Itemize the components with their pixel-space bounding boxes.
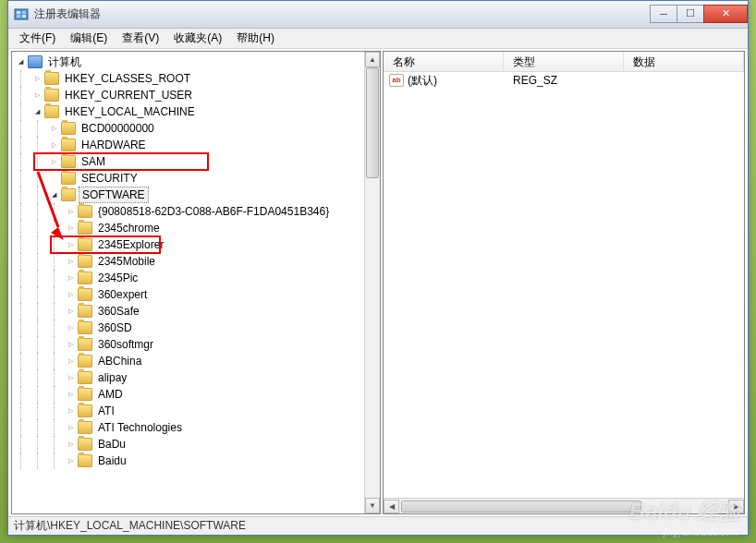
hscroll-left-button[interactable]: ◀ xyxy=(384,500,399,513)
registry-editor-window: 注册表编辑器 ─ ☐ ✕ 文件(F) 编辑(E) 查看(V) 收藏夹(A) 帮助… xyxy=(7,0,749,536)
svg-rect-2 xyxy=(22,11,26,14)
tree-toggle[interactable] xyxy=(66,423,76,433)
tree-node[interactable]: 360softmgr xyxy=(12,336,380,353)
tree-node-label: 360softmgr xyxy=(95,337,156,352)
folder-icon xyxy=(61,122,76,135)
tree-toggle[interactable] xyxy=(32,90,43,101)
tree-pane[interactable]: 计算机HKEY_CLASSES_ROOTHKEY_CURRENT_USERHKE… xyxy=(11,51,381,514)
tree-node[interactable]: 2345chrome xyxy=(12,220,380,236)
folder-icon xyxy=(44,72,59,85)
tree-toggle[interactable] xyxy=(66,356,76,367)
tree-toggle[interactable] xyxy=(66,257,76,267)
tree-node[interactable]: ATI xyxy=(12,403,380,419)
tree-node[interactable]: 360Safe xyxy=(12,303,380,320)
folder-icon xyxy=(78,404,92,417)
values-pane[interactable]: 名称 类型 数据 ab (默认) REG_SZ ◀ ▶ xyxy=(383,51,745,514)
tree-toggle[interactable] xyxy=(16,57,26,67)
svg-rect-3 xyxy=(17,15,20,18)
tree-toggle[interactable] xyxy=(66,390,76,400)
col-type[interactable]: 类型 xyxy=(504,52,624,71)
folder-icon xyxy=(78,238,92,251)
values-hscrollbar[interactable]: ◀ ▶ xyxy=(384,498,744,513)
col-data[interactable]: 数据 xyxy=(624,52,744,71)
tree-node[interactable]: SOFTWARE xyxy=(12,187,380,203)
menu-help[interactable]: 帮助(H) xyxy=(229,29,282,48)
tree-node-label: 2345Mobile xyxy=(95,254,158,269)
tree-node[interactable]: SECURITY xyxy=(12,170,380,187)
tree-node[interactable]: 2345Mobile xyxy=(12,253,380,270)
tree-toggle[interactable] xyxy=(66,440,76,450)
tree-node[interactable]: BCD00000000 xyxy=(12,120,380,137)
tree-node[interactable]: HKEY_CLASSES_ROOT xyxy=(12,70,380,87)
tree-toggle[interactable] xyxy=(49,140,59,151)
tree-vscrollbar[interactable]: ▲ ▼ xyxy=(364,52,380,513)
registry-tree[interactable]: 计算机HKEY_CLASSES_ROOTHKEY_CURRENT_USERHKE… xyxy=(12,52,380,513)
tree-node[interactable]: HKEY_CURRENT_USER xyxy=(12,87,380,103)
menu-file[interactable]: 文件(F) xyxy=(12,29,63,48)
tree-toggle[interactable] xyxy=(66,406,76,416)
folder-icon xyxy=(61,155,76,168)
value-row[interactable]: ab (默认) REG_SZ xyxy=(384,72,744,89)
tree-node[interactable]: AMD xyxy=(12,386,380,403)
tree-node[interactable]: HKEY_LOCAL_MACHINE xyxy=(12,103,380,120)
tree-toggle[interactable] xyxy=(66,207,76,217)
tree-node[interactable]: ATI Technologies xyxy=(12,419,380,436)
hscroll-right-button[interactable]: ▶ xyxy=(728,500,744,513)
titlebar[interactable]: 注册表编辑器 ─ ☐ ✕ xyxy=(8,1,748,29)
tree-node[interactable]: 2345Pic xyxy=(12,270,380,286)
tree-node[interactable]: 360expert xyxy=(12,286,380,303)
menu-view[interactable]: 查看(V) xyxy=(115,29,166,48)
folder-icon xyxy=(78,255,92,268)
tree-toggle[interactable] xyxy=(66,456,76,466)
scroll-down-button[interactable]: ▼ xyxy=(365,498,380,513)
folder-icon xyxy=(78,272,92,284)
tree-node[interactable]: alipay xyxy=(12,369,380,386)
scroll-thumb[interactable] xyxy=(366,67,379,178)
tree-toggle[interactable] xyxy=(49,124,59,134)
tree-node-label: SOFTWARE xyxy=(79,187,149,203)
tree-node[interactable]: SAM xyxy=(12,153,380,170)
maximize-button[interactable]: ☐ xyxy=(677,5,704,23)
col-name[interactable]: 名称 xyxy=(384,52,504,71)
tree-toggle[interactable] xyxy=(66,240,76,250)
minimize-button[interactable]: ─ xyxy=(650,5,677,23)
tree-toggle[interactable] xyxy=(32,107,43,117)
tree-toggle[interactable] xyxy=(32,74,43,84)
tree-node-label: HKEY_CURRENT_USER xyxy=(62,88,195,103)
tree-toggle[interactable] xyxy=(66,223,76,234)
tree-node[interactable]: HARDWARE xyxy=(12,137,380,153)
tree-toggle[interactable] xyxy=(66,323,76,333)
menu-favorites[interactable]: 收藏夹(A) xyxy=(166,29,229,48)
tree-node-label: 360Safe xyxy=(95,304,142,319)
tree-node[interactable]: Baidu xyxy=(12,452,380,469)
values-header[interactable]: 名称 类型 数据 xyxy=(384,52,744,72)
tree-node-label: 360SD xyxy=(95,320,135,335)
string-value-icon: ab xyxy=(389,74,404,87)
tree-node[interactable]: BaDu xyxy=(12,436,380,452)
tree-toggle[interactable] xyxy=(49,190,59,200)
tree-toggle[interactable] xyxy=(66,290,76,300)
value-type: REG_SZ xyxy=(504,74,624,87)
tree-toggle[interactable] xyxy=(49,157,59,167)
hscroll-thumb[interactable] xyxy=(401,501,641,513)
tree-node-label: BCD00000000 xyxy=(79,121,157,136)
tree-node[interactable]: 2345Explorer xyxy=(12,236,380,253)
menu-edit[interactable]: 编辑(E) xyxy=(63,29,115,48)
tree-node-label: ATI xyxy=(95,404,117,418)
scroll-up-button[interactable]: ▲ xyxy=(365,52,380,67)
tree-toggle[interactable] xyxy=(66,373,76,383)
tree-node[interactable]: 360SD xyxy=(12,320,380,336)
tree-node[interactable]: 计算机 xyxy=(12,54,380,70)
close-button[interactable]: ✕ xyxy=(703,5,748,23)
tree-node-label: 2345Pic xyxy=(95,271,140,285)
tree-node-label: 2345Explorer xyxy=(95,237,166,252)
tree-node[interactable]: ABChina xyxy=(12,353,380,369)
tree-toggle[interactable] xyxy=(66,340,76,350)
tree-node-label: ATI Technologies xyxy=(95,420,185,435)
tree-toggle[interactable] xyxy=(66,273,76,284)
tree-node[interactable]: {90808518-62D3-C088-AB6F-F1DA0451B346} xyxy=(12,203,380,220)
menubar: 文件(F) 编辑(E) 查看(V) 收藏夹(A) 帮助(H) xyxy=(8,29,748,49)
tree-toggle[interactable] xyxy=(66,307,76,317)
tree-node-label: Baidu xyxy=(95,453,129,468)
folder-icon xyxy=(78,321,92,334)
